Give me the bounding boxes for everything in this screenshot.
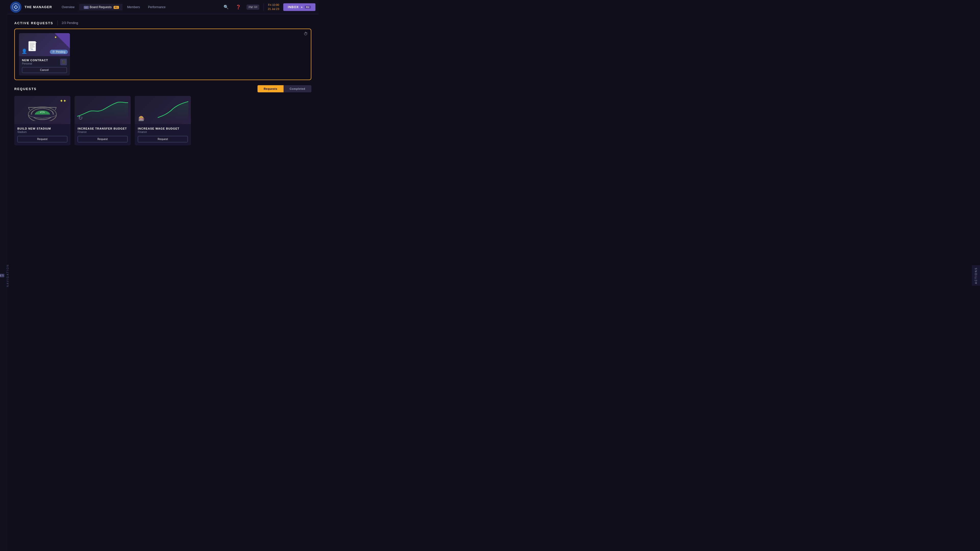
timer-icon: ⏱	[304, 32, 308, 36]
svg-rect-16	[40, 112, 41, 113]
requests-header: REQUESTS Requests Completed	[14, 85, 311, 92]
fm-badge: FM ⌨	[247, 5, 259, 10]
active-contract-card: ✦ 👤	[19, 33, 70, 76]
pending-badge: ⏱ Pending	[50, 50, 68, 54]
nav-item-board-requests[interactable]: L1 Board Requests R1	[79, 4, 123, 11]
active-requests-container: ⏱ ✦ 👤	[14, 29, 311, 80]
requests-section: REQUESTS Requests Completed ✦✦	[14, 85, 311, 145]
wage-card-image: 🎰	[135, 96, 191, 124]
transfer-request-button[interactable]: Request	[78, 136, 127, 142]
svg-rect-4	[30, 44, 35, 44]
transfer-card-subtitle: Finance	[78, 130, 127, 133]
wage-card-body: INCREASE WAGE BUDGET Finance Request	[135, 124, 191, 145]
sparkle-stadium-icon: ✦✦	[60, 98, 66, 103]
person-icon: 👤	[21, 48, 27, 54]
svg-point-1	[15, 6, 17, 8]
card-title: NEW CONTRACT	[22, 59, 48, 62]
sync-icon: ↻	[78, 115, 83, 121]
active-requests-title: ACTIVE REQUESTS	[14, 21, 53, 25]
sparkle-icon: ✦	[54, 35, 57, 39]
transfer-card-image: ↻	[75, 96, 130, 124]
nav-item-members[interactable]: Members	[124, 4, 143, 11]
main-content: ACTIVE REQUESTS 2/3 Pending ⏱ ✦ 👤	[7, 14, 318, 151]
r1-badge: R1	[114, 6, 119, 9]
r2-badge: R2	[305, 6, 311, 9]
svg-line-18	[28, 107, 30, 110]
stadium-card-image: ✦✦	[14, 96, 70, 124]
left-nav-bar: L2 NAVIGATION	[0, 0, 7, 184]
svg-rect-2	[29, 41, 36, 51]
document-icon	[28, 41, 37, 53]
club-logo	[10, 2, 21, 13]
requests-title: REQUESTS	[14, 87, 37, 91]
transfer-card-title: INCREASE TRANSFER BUDGET	[78, 127, 127, 130]
filter-completed-button[interactable]: Completed	[283, 85, 311, 92]
svg-rect-15	[44, 112, 45, 113]
wage-card: 🎰	[135, 96, 191, 145]
stadium-card: ✦✦	[14, 96, 70, 145]
svg-line-19	[55, 107, 56, 110]
inbox-button[interactable]: INBOX » R2	[283, 3, 315, 11]
search-button[interactable]: 🔍	[222, 3, 230, 11]
svg-rect-6	[30, 47, 35, 47]
card-subtitle: Personal	[22, 62, 48, 65]
topbar: THE MANAGER Overview L1 Board Requests R…	[7, 0, 318, 14]
nav-item-overview[interactable]: Overview	[58, 4, 78, 11]
section-divider	[57, 21, 58, 25]
stadium-card-body: BUILD NEW STADIUM Stadium Request	[14, 124, 70, 145]
help-button[interactable]: ❓	[234, 3, 242, 11]
wage-card-title: INCREASE WAGE BUDGET	[138, 127, 188, 130]
manager-name: THE MANAGER	[24, 5, 52, 9]
active-requests-section: ACTIVE REQUESTS 2/3 Pending ⏱ ✦ 👤	[14, 21, 311, 80]
svg-rect-7	[30, 48, 33, 48]
wage-request-button[interactable]: Request	[138, 136, 188, 142]
main-nav: Overview L1 Board Requests R1 Members Pe…	[58, 4, 169, 11]
cancel-button[interactable]: Cancel	[22, 67, 67, 73]
request-cards-grid: ✦✦	[14, 96, 311, 145]
transfer-card: ↻	[75, 96, 130, 145]
datetime: Fri 10:00 21 Jul 23	[268, 3, 279, 11]
stadium-card-title: BUILD NEW STADIUM	[18, 127, 67, 130]
wage-card-subtitle: Finance	[138, 130, 188, 133]
svg-rect-5	[30, 45, 34, 46]
filter-buttons: Requests Completed	[258, 85, 311, 92]
money-icon: 🎰	[138, 115, 145, 121]
filter-requests-button[interactable]: Requests	[258, 85, 283, 92]
nav-item-performance[interactable]: Performance	[145, 4, 169, 11]
stadium-request-button[interactable]: Request	[18, 136, 67, 142]
stadium-card-subtitle: Stadium	[18, 130, 67, 133]
card-body: NEW CONTRACT Personal ⬛ Cancel	[19, 56, 70, 76]
card-image: ✦ 👤	[19, 33, 70, 56]
card-expand-icon[interactable]: ⬛	[60, 59, 67, 65]
l1-badge: L1	[84, 6, 89, 9]
transfer-card-body: INCREASE TRANSFER BUDGET Finance Request	[75, 124, 130, 145]
svg-rect-14	[41, 112, 44, 112]
svg-rect-3	[30, 43, 35, 43]
active-requests-subtitle: 2/3 Pending	[62, 21, 78, 25]
